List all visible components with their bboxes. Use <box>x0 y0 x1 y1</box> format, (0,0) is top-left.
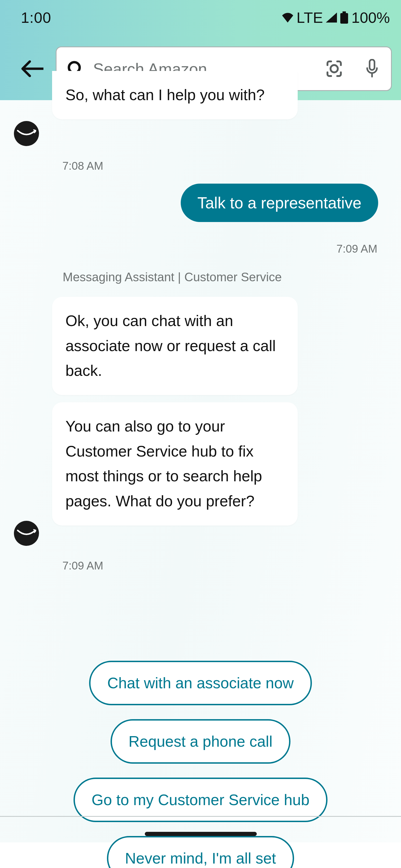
status-time: 1:00 <box>21 9 51 26</box>
divider <box>0 816 401 817</box>
network-label: LTE <box>296 9 323 26</box>
wifi-icon <box>282 12 294 23</box>
option-never-mind[interactable]: Never mind, I'm all set <box>107 836 294 868</box>
message-text: You can also go to your Customer Service… <box>65 414 284 514</box>
battery-percent: 100% <box>351 9 390 26</box>
option-chat-associate[interactable]: Chat with an associate now <box>89 661 312 705</box>
svg-rect-5 <box>370 60 375 70</box>
back-button[interactable] <box>8 55 56 83</box>
home-indicator[interactable] <box>145 832 257 836</box>
battery-icon <box>340 11 349 24</box>
signal-icon <box>326 12 337 23</box>
option-customer-hub[interactable]: Go to my Customer Service hub <box>74 778 328 822</box>
status-right: LTE 100% <box>282 9 390 26</box>
message-text: Ok, you can chat with an associate now o… <box>65 309 284 383</box>
svg-point-4 <box>331 65 338 72</box>
status-bar: 1:00 LTE 100% <box>0 0 401 35</box>
assistant-message-3: You can also go to your Customer Service… <box>52 402 298 526</box>
svg-rect-1 <box>340 13 348 24</box>
option-request-call[interactable]: Request a phone call <box>111 719 291 764</box>
chat-area[interactable]: So, what can I help you with? 7:08 AM Ta… <box>0 100 401 842</box>
assistant-label: Messaging Assistant | Customer Service <box>63 270 282 284</box>
timestamp-user: 7:09 AM <box>336 243 377 255</box>
assistant-avatar <box>14 121 39 146</box>
message-text: So, what can I help you with? <box>65 83 284 108</box>
message-text: Talk to a representative <box>197 194 362 212</box>
user-message: Talk to a representative <box>181 184 378 222</box>
assistant-message-2: Ok, you can chat with an associate now o… <box>52 297 298 395</box>
svg-rect-0 <box>343 11 346 13</box>
timestamp-2: 7:09 AM <box>62 559 103 572</box>
mic-icon[interactable] <box>362 58 383 79</box>
timestamp-1: 7:08 AM <box>62 160 103 172</box>
lens-icon[interactable] <box>323 58 345 79</box>
assistant-avatar <box>14 521 39 546</box>
assistant-message-1: So, what can I help you with? <box>52 71 298 119</box>
